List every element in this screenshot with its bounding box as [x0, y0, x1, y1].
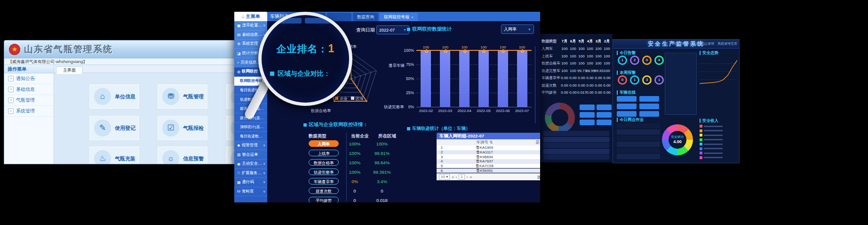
- bullet-square-icon: [407, 28, 410, 31]
- table-row[interactable]: 6鲁K56951已入网: [437, 169, 540, 173]
- sidebar-item-主动安全防御[interactable]: ◉主动安全防御∨: [234, 160, 267, 169]
- bar-2022-06[interactable]: [498, 50, 508, 107]
- detail-col-type: 数据类型: [309, 133, 326, 139]
- sidebar-item-每日轨迹数据统计（测试）[interactable]: 每日轨迹数据统计（测试）: [234, 132, 267, 141]
- grid-col-month: 6月: [569, 39, 577, 44]
- sort-icon[interactable]: ⇅: [489, 140, 493, 145]
- bar-2022-04[interactable]: [459, 50, 470, 107]
- sidebar-item-整合运单[interactable]: ▥整合运单: [234, 150, 267, 160]
- quick-action-button[interactable]: [597, 104, 612, 110]
- quick-action-button[interactable]: [580, 112, 595, 118]
- last-page-button[interactable]: »: [470, 175, 471, 179]
- grid-value: 100: [569, 61, 577, 65]
- page-tab-联网联控考核[interactable]: 联网联控考核×: [380, 13, 418, 21]
- page-tab-数据查询[interactable]: 数据查询: [353, 13, 378, 21]
- sidebar-item-通知公告[interactable]: +通知公告: [4, 73, 54, 84]
- chevron-down-icon: ∨: [263, 144, 265, 147]
- vehicle-online-button[interactable]: [639, 96, 659, 102]
- card-chart-icon[interactable]: ◭: [226, 146, 235, 164]
- vehicle-online-button[interactable]: [639, 111, 659, 117]
- sidebar-item-资料库[interactable]: ⛁资料库∨: [234, 187, 267, 197]
- value-current: 100%: [342, 160, 368, 165]
- grid-value: 100: [560, 47, 569, 51]
- legend-swatch: [700, 156, 702, 159]
- col-status[interactable]: 是否入网 ⇅: [522, 140, 540, 145]
- grid-value: 100: [577, 47, 586, 51]
- grid-row-label: 上线车: [542, 54, 560, 59]
- card-气瓶管理[interactable]: ⛃气瓶管理: [158, 84, 207, 109]
- sidebar-item-基础信息[interactable]: +基础信息: [4, 84, 54, 95]
- card-信息预警[interactable]: ☼信息预警: [158, 146, 207, 164]
- metric-button-轨迹完整率[interactable]: 轨迹完整率: [309, 169, 339, 175]
- quick-action-button[interactable]: [597, 112, 612, 118]
- menu-item-icon: ⌕: [237, 60, 239, 65]
- menu-item-label: 联网联控考核: [240, 78, 265, 83]
- vehicle-online-button[interactable]: [639, 104, 659, 109]
- sidebar-item-扩展服务管理[interactable]: ⤬扩展服务管理∨: [234, 169, 267, 178]
- card-气瓶报检[interactable]: ☑气瓶报检: [158, 116, 207, 140]
- expand-plus-icon[interactable]: +: [8, 76, 14, 81]
- vehicle-online-button[interactable]: [617, 104, 637, 109]
- prev-page-button[interactable]: ‹: [456, 175, 457, 179]
- sidebar-item-基础信息管理[interactable]: ▤基础信息管理∨: [234, 31, 267, 40]
- next-page-button[interactable]: ›: [467, 175, 468, 179]
- close-tab-icon[interactable]: ×: [411, 15, 414, 19]
- grid-row-轨迹完整车: 轨迹完整车10010099.7398.9599.93100: [542, 67, 611, 75]
- bar-2022-07[interactable]: [517, 50, 527, 107]
- left-window-titlebar: ★ 山东省气瓶管理系统: [4, 40, 235, 58]
- sidebar-item-漂移统计(基于运政)[interactable]: 漂移统计(基于运政): [234, 123, 267, 132]
- menu-item-icon: ⚙: [237, 42, 240, 46]
- menu-item-label: 报警管理: [242, 143, 263, 148]
- value-region: 100%: [369, 141, 395, 146]
- metric-button-数据合格率[interactable]: 数据合格率: [309, 159, 339, 166]
- bar-value-label: 100: [455, 45, 474, 49]
- page-size-select[interactable]: 10 ▾: [439, 174, 450, 180]
- metric-dropdown[interactable]: 入网率▼: [501, 24, 534, 34]
- sidebar-item-系统管理[interactable]: +系统管理: [4, 106, 54, 117]
- vehicle-online-button[interactable]: [617, 96, 637, 102]
- quick-action-button[interactable]: [580, 104, 595, 110]
- sidebar-item-报警管理[interactable]: ✹报警管理∨: [234, 141, 267, 151]
- card-气瓶充装[interactable]: ♨气瓶充装: [89, 146, 139, 164]
- bar-2022-03[interactable]: [440, 50, 450, 107]
- expand-plus-icon[interactable]: +: [8, 108, 14, 114]
- quick-action-button[interactable]: [597, 120, 612, 125]
- grid-row-label: 超速次数: [542, 83, 560, 88]
- y-axis-tick: 75%: [401, 62, 414, 67]
- chevron-down-icon: ∨: [263, 180, 265, 184]
- card-wrench-icon[interactable]: ⚒: [226, 116, 235, 140]
- card-使用登记[interactable]: ✎使用登记: [89, 116, 139, 140]
- page-number-input[interactable]: 1: [459, 174, 464, 180]
- legend-区域[interactable]: 区域: [351, 93, 363, 102]
- col-plate[interactable]: 车牌号 ⇅: [447, 140, 522, 145]
- list-item: [543, 131, 609, 136]
- metric-button-超速次数[interactable]: 超速次数: [309, 187, 339, 194]
- sidebar-item-通行码[interactable]: ▦通行码∨: [234, 178, 267, 187]
- bar-2022-02[interactable]: [421, 50, 431, 107]
- vehicle-online-button[interactable]: [617, 111, 637, 117]
- metric-button-平均疲劳[interactable]: 平均疲劳: [309, 197, 339, 202]
- expand-plus-icon[interactable]: +: [8, 87, 14, 92]
- card-单位信息[interactable]: ⌂单位信息: [89, 84, 139, 109]
- bullet-square-icon: [407, 127, 410, 130]
- metric-button-车辆遵章率[interactable]: 车辆遵章率: [309, 178, 339, 185]
- bar-2022-05[interactable]: [478, 50, 489, 107]
- metric-button-上线率[interactable]: 上线率: [309, 150, 339, 156]
- sidebar-item-气瓶管理[interactable]: +气瓶管理: [4, 95, 54, 106]
- legend-企业[interactable]: 企业: [335, 93, 347, 102]
- value-region: 3.4%: [369, 179, 395, 184]
- query-date-dropdown[interactable]: 2022-07▼: [376, 25, 409, 34]
- first-page-button[interactable]: «: [452, 175, 454, 179]
- expand-plus-icon[interactable]: +: [8, 97, 14, 103]
- metric-button-入网率[interactable]: 入网率: [309, 140, 339, 147]
- list-item: [543, 143, 609, 148]
- legend-text-placeholder: [704, 135, 723, 136]
- card-person-icon[interactable]: ☻: [226, 84, 235, 109]
- y-axis-tick: 0%: [401, 104, 414, 109]
- trend-line: [416, 50, 532, 51]
- tab-main-menu[interactable]: ⌂ 主菜单: [234, 12, 267, 21]
- grid-value: 0.00: [586, 83, 594, 88]
- sidebar-item-违章处置管理[interactable]: ▣违章处置管理∨: [234, 21, 267, 31]
- quick-action-button[interactable]: [580, 120, 595, 125]
- y-axis-tick: 25%: [401, 90, 414, 95]
